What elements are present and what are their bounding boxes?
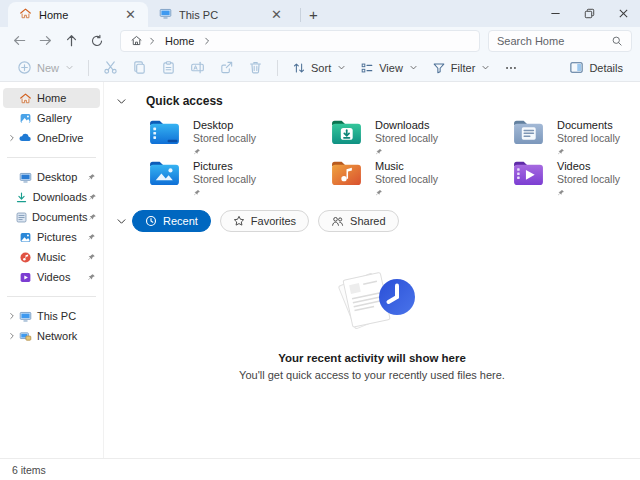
activity-section-header: Recent Favorites Shared: [104, 210, 640, 232]
sidebar-item-home[interactable]: Home: [3, 88, 100, 108]
chevron-right-icon[interactable]: [202, 36, 212, 46]
people-icon: [331, 215, 344, 227]
chevron-down-icon[interactable]: [110, 216, 132, 227]
back-button[interactable]: [6, 30, 32, 52]
tile-status: Stored locally: [193, 173, 256, 185]
tile-name: Downloads: [375, 119, 438, 131]
search-input[interactable]: [497, 35, 611, 47]
tile-status: Stored locally: [557, 173, 620, 185]
tab-bar: Home ✕ This PC ✕ +: [0, 0, 640, 27]
sidebar-item-label: Gallery: [37, 112, 98, 124]
tile-status: Stored locally: [193, 132, 256, 144]
sidebar-item-pictures[interactable]: Pictures: [3, 227, 100, 247]
desktop-icon: [17, 171, 33, 184]
tile-name: Pictures: [193, 160, 256, 172]
breadcrumb[interactable]: Home: [120, 30, 480, 52]
filter-icon: [432, 61, 446, 75]
new-button[interactable]: New: [10, 56, 81, 80]
tile-pictures[interactable]: Pictures Stored locally: [148, 157, 330, 198]
sidebar-item-label: OneDrive: [37, 132, 98, 144]
document-icon: [15, 211, 28, 224]
empty-state-subtitle: You'll get quick access to your recently…: [104, 369, 640, 381]
sidebar-item-documents[interactable]: Documents: [3, 207, 100, 227]
tile-downloads[interactable]: Downloads Stored locally: [330, 116, 512, 157]
tab-favorites[interactable]: Favorites: [220, 210, 309, 232]
breadcrumb-segment[interactable]: Home: [165, 35, 194, 47]
plus-circle-icon: [17, 60, 32, 75]
tab-recent[interactable]: Recent: [132, 210, 211, 232]
pin-icon: [193, 187, 256, 199]
sidebar-item-network[interactable]: Network: [3, 326, 100, 346]
downloads-folder-icon: [330, 118, 363, 148]
gallery-icon: [17, 112, 33, 125]
content-area: Quick access Desktop Stored: [104, 82, 640, 458]
pin-icon: [88, 213, 98, 222]
details-pane-icon: [569, 60, 584, 75]
new-tab-button[interactable]: +: [307, 6, 326, 27]
minimize-button[interactable]: [538, 0, 572, 26]
home-icon: [17, 92, 33, 105]
more-options-button[interactable]: [497, 56, 525, 80]
chevron-right-icon[interactable]: [6, 134, 17, 142]
file-explorer-window: Home ✕ This PC ✕ + Home: [0, 0, 640, 480]
tile-documents[interactable]: Documents Stored locally: [512, 116, 640, 157]
monitor-icon: [159, 7, 172, 22]
chevron-down-icon[interactable]: [110, 96, 132, 107]
sort-button[interactable]: Sort: [285, 56, 353, 80]
details-button[interactable]: Details: [562, 56, 630, 80]
tab-home[interactable]: Home ✕: [8, 2, 148, 27]
chevron-right-icon[interactable]: [6, 332, 17, 340]
close-tab-icon[interactable]: ✕: [267, 7, 286, 22]
rename-button[interactable]: [183, 56, 212, 80]
navigation-pane: Home Gallery OneDrive Desktop: [0, 82, 104, 458]
sidebar-item-this-pc[interactable]: This PC: [3, 306, 100, 326]
tile-desktop[interactable]: Desktop Stored locally: [148, 116, 330, 157]
tile-music[interactable]: Music Stored locally: [330, 157, 512, 198]
cut-button[interactable]: [96, 56, 125, 80]
maximize-button[interactable]: [572, 0, 606, 26]
sidebar-item-onedrive[interactable]: OneDrive: [3, 128, 100, 148]
share-button[interactable]: [212, 56, 241, 80]
copy-button[interactable]: [125, 56, 154, 80]
sidebar-item-gallery[interactable]: Gallery: [3, 108, 100, 128]
search-box[interactable]: [488, 30, 632, 52]
pill-label: Shared: [350, 215, 385, 227]
details-label: Details: [589, 62, 623, 74]
up-button[interactable]: [58, 30, 84, 52]
navigation-bar: Home: [0, 27, 640, 54]
onedrive-cloud-icon: [17, 131, 33, 145]
pin-icon: [85, 273, 98, 282]
refresh-button[interactable]: [84, 30, 110, 52]
empty-state-title: Your recent activity will show here: [104, 352, 640, 364]
tile-name: Desktop: [193, 119, 256, 131]
view-button[interactable]: View: [353, 56, 425, 80]
filter-button[interactable]: Filter: [425, 56, 497, 80]
sidebar-item-desktop[interactable]: Desktop: [3, 167, 100, 187]
tile-status: Stored locally: [557, 132, 620, 144]
close-tab-icon[interactable]: ✕: [121, 7, 140, 22]
music-icon: [17, 251, 33, 264]
view-label: View: [379, 62, 403, 74]
forward-button[interactable]: [32, 30, 58, 52]
tab-this-pc[interactable]: This PC ✕: [148, 2, 294, 27]
sort-label: Sort: [311, 62, 331, 74]
video-icon: [17, 271, 33, 284]
music-folder-icon: [330, 159, 363, 189]
tab-label: Home: [39, 9, 114, 21]
paste-button[interactable]: [154, 56, 183, 80]
tile-name: Documents: [557, 119, 620, 131]
status-bar: 6 items: [0, 458, 640, 480]
tile-videos[interactable]: Videos Stored locally: [512, 157, 640, 198]
sidebar-item-label: Downloads: [33, 191, 87, 203]
sidebar-item-downloads[interactable]: Downloads: [3, 187, 100, 207]
chevron-right-icon: [147, 36, 157, 46]
tab-label: This PC: [179, 9, 260, 21]
close-window-button[interactable]: [606, 0, 640, 26]
sidebar-item-music[interactable]: Music: [3, 247, 100, 267]
tab-shared[interactable]: Shared: [318, 210, 398, 232]
pin-icon: [85, 173, 98, 182]
sidebar-item-videos[interactable]: Videos: [3, 267, 100, 287]
delete-button[interactable]: [241, 56, 270, 80]
sidebar-item-label: Network: [37, 330, 98, 342]
chevron-right-icon[interactable]: [6, 312, 17, 320]
